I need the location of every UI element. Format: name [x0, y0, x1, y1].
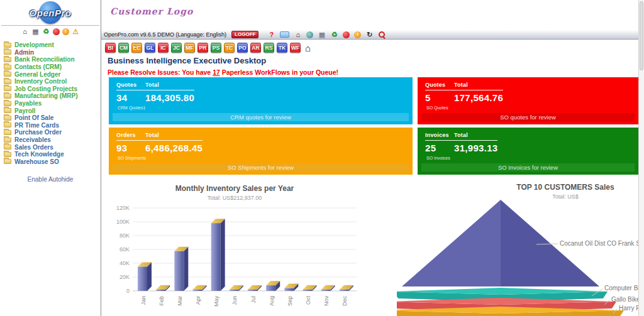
- module-button-ps[interactable]: PS: [211, 43, 221, 53]
- module-button-mf[interactable]: MF: [184, 43, 195, 53]
- folder-icon: [4, 72, 11, 77]
- metric-source: SO Invoices: [426, 156, 631, 160]
- svg-text:TOP 10 CUSTOMERS Sales: TOP 10 CUSTOMERS Sales: [516, 183, 614, 192]
- sidebar-quick-icons: ⌂▦♻!⚠: [0, 27, 101, 36]
- recycle-icon[interactable]: ♻: [42, 28, 50, 36]
- module-button-bi[interactable]: BI: [105, 43, 116, 53]
- svg-text:80K: 80K: [119, 232, 130, 239]
- metric-total: 6,486,268.45: [145, 143, 203, 153]
- svg-text:May: May: [213, 296, 219, 307]
- warning-triangle-icon[interactable]: ⚠: [72, 28, 80, 36]
- svg-text:Computer Bike S: Computer Bike S: [604, 285, 638, 291]
- calculator-icon[interactable]: ▦: [318, 31, 326, 39]
- module-button-pr[interactable]: PR: [197, 43, 208, 53]
- module-button-ic[interactable]: IC: [158, 43, 169, 53]
- metric-total: 31,993.13: [454, 143, 497, 153]
- refresh-icon[interactable]: ↻: [365, 31, 374, 39]
- module-button-ar[interactable]: AR: [250, 43, 261, 53]
- sidebar-item-tech-knowledge[interactable]: Tech Knowledge: [4, 151, 98, 158]
- sidebar-item-payables[interactable]: Payables: [4, 100, 98, 107]
- folder-icon: [4, 130, 11, 135]
- warning-badge-icon[interactable]: !: [354, 31, 361, 38]
- home-icon[interactable]: ⌂: [305, 43, 311, 53]
- sidebar-item-development[interactable]: Development: [4, 41, 98, 49]
- sidebar-item-point-of-sale[interactable]: Point Of Sale: [4, 114, 98, 122]
- home-icon[interactable]: ⌂: [21, 28, 29, 36]
- sidebar-item-admin[interactable]: Admin: [4, 49, 98, 57]
- monthly-inventory-sales-chart: Monthly Inventory Sales per YearTotal: U…: [109, 181, 360, 316]
- vertical-scrollbar[interactable]: [638, 0, 644, 316]
- sidebar-menu: DevelopmentAdminBank ReconciliationConta…: [4, 41, 98, 165]
- logoff-button[interactable]: LOGOFF: [231, 31, 258, 38]
- scrollbar-thumb[interactable]: [640, 1, 643, 70]
- warning-badge-icon[interactable]: !: [62, 28, 69, 35]
- module-button-tk[interactable]: TK: [277, 43, 287, 53]
- sidebar-divider: [1, 25, 99, 26]
- search-icon[interactable]: [378, 31, 386, 38]
- total-label: Total: [145, 82, 159, 88]
- stop-icon[interactable]: [53, 28, 60, 35]
- sidebar-item-contacts-crm[interactable]: Contacts (CRM): [4, 63, 98, 71]
- svg-text:Harry Frank co: Harry Frank co: [619, 305, 638, 312]
- module-button-jc[interactable]: JC: [171, 43, 182, 53]
- module-button-ec[interactable]: EC: [131, 43, 142, 53]
- svg-text:Monthly Inventory Sales per Ye: Monthly Inventory Sales per Year: [175, 184, 294, 193]
- module-button-cm[interactable]: CM: [118, 43, 129, 53]
- globe-icon[interactable]: [306, 31, 313, 38]
- sidebar-item-sales-orders[interactable]: Sales Orders: [4, 143, 98, 151]
- address-book-icon[interactable]: [280, 31, 289, 38]
- sidebar-item-label: Receivables: [14, 136, 51, 143]
- svg-text:Total: US$: Total: US$: [552, 193, 579, 200]
- svg-text:Oct: Oct: [305, 296, 311, 305]
- card-action-so-shipments-for-review[interactable]: SO Shipments for review: [113, 163, 409, 172]
- metric-count: 5: [425, 92, 454, 103]
- kpi-card-so-invoices[interactable]: InvoicesTotal2531,993.13SO InvoicesSO In…: [418, 128, 638, 175]
- warning-count-link[interactable]: 17: [213, 68, 220, 76]
- svg-text:Gallo Bike Con: Gallo Bike Con: [611, 296, 638, 303]
- total-label: Total: [454, 82, 468, 88]
- openpro-logo[interactable]: OpenPro: [0, 1, 101, 24]
- sidebar-item-manufacturing-mrp[interactable]: Manufacturing (MRP): [4, 92, 98, 100]
- kpi-card-so-shipments[interactable]: OrdersTotal936,486,268.45SO ShipmentsSO …: [109, 128, 413, 175]
- metric-total: 177,564.76: [454, 92, 503, 103]
- sidebar-item-purchase-order[interactable]: Purchase Order: [4, 129, 98, 136]
- module-button-rs[interactable]: RS: [264, 43, 274, 53]
- folder-icon: [4, 108, 11, 113]
- sidebar-item-inventory-control[interactable]: Inventory Control: [4, 78, 98, 85]
- sidebar-item-job-costing-projects[interactable]: Job Costing Projects: [4, 85, 98, 93]
- kpi-summary: OrdersTotal936,486,268.45: [116, 132, 203, 153]
- metric-source: SO Quotes: [426, 106, 631, 110]
- metric-label: Quotes: [116, 82, 145, 88]
- kpi-card-so-quotes[interactable]: QuotesTotal5177,564.76SO QuotesSO quotes…: [418, 77, 638, 124]
- svg-text:Mar: Mar: [177, 296, 183, 306]
- svg-text:Sep: Sep: [287, 296, 293, 306]
- card-action-so-invoices-for-review[interactable]: SO Invoices for review: [421, 163, 635, 172]
- kpi-card-crm-quotes[interactable]: QuotesTotal34184,305.80CRM Quotes1CRM qu…: [109, 77, 413, 124]
- module-button-gl[interactable]: GL: [145, 43, 155, 53]
- recycle-icon[interactable]: ♻: [330, 31, 338, 39]
- main-content: Customer Logo OpenPro.com v9.6.5 DEMO (L…: [101, 0, 644, 316]
- calculator-icon[interactable]: ▦: [31, 28, 40, 36]
- stop-icon[interactable]: [343, 31, 350, 38]
- help-icon[interactable]: ?: [267, 31, 275, 39]
- enable-autohide-link[interactable]: Enable Autohide: [0, 176, 101, 183]
- module-button-wf[interactable]: WF: [290, 43, 301, 53]
- module-button-tc[interactable]: TC: [224, 43, 235, 53]
- sidebar-item-bank-reconciliation[interactable]: Bank Reconciliation: [4, 56, 98, 63]
- svg-text:Total: US$212,937.00: Total: US$212,937.00: [208, 195, 262, 201]
- svg-text:0: 0: [126, 288, 130, 294]
- sidebar-item-pr-time-cards[interactable]: PR Time Cards: [4, 122, 98, 129]
- workflow-warning: Please Resolve Issues: You have 17 Paper…: [108, 68, 338, 76]
- kpi-summary: InvoicesTotal2531,993.13: [425, 132, 497, 153]
- card-action-crm-quotes-for-review[interactable]: CRM quotes for review: [113, 113, 409, 121]
- sidebar-item-payroll[interactable]: Payroll: [4, 107, 98, 114]
- sidebar-item-general-ledger[interactable]: General Ledger: [4, 70, 98, 78]
- card-action-so-quotes-for-review[interactable]: SO quotes for review: [421, 113, 635, 121]
- toolbar-icons: ?⌂▦♻!↻: [267, 31, 386, 39]
- sidebar-item-receivables[interactable]: Receivables: [4, 136, 98, 144]
- sidebar-item-warehouse-so[interactable]: Warehouse SO: [4, 158, 98, 166]
- module-button-po[interactable]: PO: [237, 43, 248, 53]
- metric-total: 184,305.80: [145, 92, 194, 103]
- home-icon[interactable]: ⌂: [294, 31, 302, 39]
- folder-icon: [4, 101, 11, 106]
